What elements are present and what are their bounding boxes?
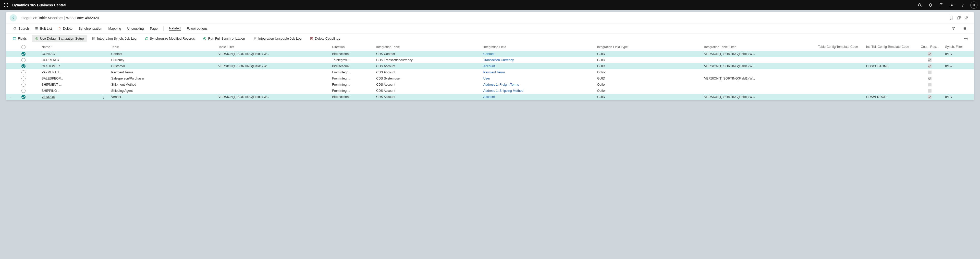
sync-modified-action[interactable]: Synchronize Modified Records — [142, 35, 198, 42]
related-menu[interactable]: Related — [167, 25, 183, 32]
col-int-table[interactable]: Integration Table — [374, 43, 481, 51]
cell-couple-records[interactable] — [916, 82, 943, 88]
cell-name[interactable]: VENDOR — [40, 94, 100, 100]
cell-name[interactable]: SHIPPING ... — [40, 88, 100, 94]
couple-checkbox[interactable] — [928, 64, 932, 68]
row-actions-icon[interactable] — [100, 51, 109, 57]
fields-action[interactable]: Fields — [10, 35, 30, 42]
integration-synch-log-action[interactable]: Integration Synch. Job Log — [89, 35, 140, 42]
cell-couple-records[interactable] — [916, 57, 943, 63]
row-actions-icon[interactable]: ⋮ — [100, 94, 109, 100]
row-select-checkbox[interactable] — [21, 52, 25, 56]
filter-pane-toggle[interactable] — [949, 26, 958, 32]
couple-checkbox[interactable] — [928, 89, 932, 93]
back-button[interactable] — [10, 14, 17, 21]
settings-gear-icon[interactable] — [947, 0, 956, 10]
cell-int_field[interactable]: Transaction Currency — [481, 57, 595, 63]
page-menu[interactable]: Page — [147, 26, 160, 32]
col-table-filter[interactable]: Table Filter — [216, 43, 330, 51]
svg-point-9 — [918, 3, 921, 6]
row-actions-icon[interactable] — [100, 88, 109, 94]
search-icon[interactable] — [915, 0, 924, 10]
popout-icon[interactable] — [955, 14, 963, 22]
list-view-toggle[interactable] — [960, 26, 969, 32]
select-all-checkbox[interactable] — [21, 45, 25, 49]
delete-action[interactable]: Delete — [56, 26, 75, 32]
col-tct[interactable]: Table Config Template Code — [816, 43, 864, 51]
bookmark-icon[interactable] — [947, 14, 955, 22]
table-row[interactable]: →VENDOR⋮VendorVERSION(1) SORTING(Field1)… — [6, 94, 974, 100]
edit-list-action[interactable]: Edit List — [32, 26, 54, 32]
cell-name[interactable]: SALESPEOP... — [40, 75, 100, 82]
cell-couple-records[interactable] — [916, 94, 943, 100]
synchronization-menu[interactable]: Synchronization — [76, 26, 105, 32]
cell-name[interactable]: PAYMENT T... — [40, 69, 100, 75]
col-direction[interactable]: Direction — [330, 43, 374, 51]
row-select-checkbox[interactable] — [21, 70, 25, 74]
col-cou[interactable]: Cou... Rec... — [916, 43, 943, 51]
couple-checkbox[interactable] — [928, 70, 932, 74]
row-actions-icon[interactable] — [100, 57, 109, 63]
couple-checkbox[interactable] — [928, 83, 932, 86]
cell-name[interactable]: CUSTOMER — [40, 63, 100, 69]
user-avatar[interactable]: IK — [970, 2, 977, 9]
uncoupling-menu[interactable]: Uncoupling — [124, 26, 146, 32]
row-select-checkbox[interactable] — [21, 58, 25, 62]
cell-couple-records[interactable] — [916, 51, 943, 57]
couple-checkbox[interactable] — [928, 58, 932, 62]
cell-int_field[interactable]: Account — [481, 94, 595, 100]
row-actions-icon[interactable] — [100, 75, 109, 82]
table-row[interactable]: SALESPEOP...Salesperson/PurchaserFromInt… — [6, 75, 974, 82]
mapping-menu[interactable]: Mapping — [106, 26, 124, 32]
cell-int_field[interactable]: Account — [481, 63, 595, 69]
row-select-checkbox[interactable] — [21, 77, 25, 80]
col-table[interactable]: Table — [109, 43, 216, 51]
cell-int_field[interactable]: Contact — [481, 51, 595, 57]
table-row[interactable]: CONTACTContactVERSION(1) SORTING(Field1)… — [6, 51, 974, 57]
table-row[interactable]: CURRENCYCurrencyToIntegrati...CDS Transa… — [6, 57, 974, 63]
search-action[interactable]: Search — [11, 26, 32, 32]
couple-checkbox[interactable] — [928, 77, 932, 80]
cell-couple-records[interactable] — [916, 75, 943, 82]
fewer-options-action[interactable]: Fewer options — [184, 26, 210, 32]
col-ict[interactable]: Int. Tbl. Config Template Code — [864, 43, 916, 51]
col-name[interactable]: Name ↑ — [40, 43, 100, 51]
flag-icon[interactable] — [937, 0, 946, 10]
cell-name[interactable]: CONTACT — [40, 51, 100, 57]
cell-couple-records[interactable] — [916, 63, 943, 69]
col-int-table-filter[interactable]: Integration Table Filter — [702, 43, 816, 51]
collapse-icon[interactable] — [963, 14, 970, 22]
col-int-field-type[interactable]: Integration Field Type — [595, 43, 702, 51]
delete-couplings-action[interactable]: Delete Couplings — [307, 35, 343, 42]
row-actions-icon[interactable] — [100, 69, 109, 75]
help-icon[interactable] — [958, 0, 967, 10]
cell-int_field[interactable]: Address 1: Shipping Method — [481, 88, 595, 94]
cell-name[interactable]: SHIPMENT ... — [40, 82, 100, 88]
pin-ribbon-icon[interactable] — [962, 36, 970, 42]
run-full-sync-action[interactable]: Run Full Synchronization — [200, 35, 248, 42]
row-select-checkbox[interactable] — [21, 64, 25, 68]
row-select-checkbox[interactable] — [21, 95, 25, 99]
notifications-icon[interactable] — [926, 0, 935, 10]
table-row[interactable]: CUSTOMERCustomerVERSION(1) SORTING(Field… — [6, 63, 974, 69]
couple-checkbox[interactable] — [928, 95, 932, 99]
cell-name[interactable]: CURRENCY — [40, 57, 100, 63]
uncouple-log-action[interactable]: Integration Uncouple Job Log — [250, 35, 305, 42]
row-select-checkbox[interactable] — [21, 89, 25, 93]
use-default-setup-action[interactable]: Use Default Sy...ization Setup — [32, 35, 87, 42]
cell-couple-records[interactable] — [916, 88, 943, 94]
cell-couple-records[interactable] — [916, 69, 943, 75]
row-select-checkbox[interactable] — [21, 83, 25, 87]
table-row[interactable]: SHIPMENT ...Shipment MethodFromIntegr...… — [6, 82, 974, 88]
couple-checkbox[interactable] — [928, 52, 932, 56]
col-sf[interactable]: Synch. Filter — [943, 43, 974, 51]
cell-int_field[interactable]: Payment Terms — [481, 69, 595, 75]
row-actions-icon[interactable] — [100, 63, 109, 69]
cell-int_field[interactable]: User — [481, 75, 595, 82]
row-actions-icon[interactable] — [100, 82, 109, 88]
table-row[interactable]: PAYMENT T...Payment TermsFromIntegr...CD… — [6, 69, 974, 75]
table-row[interactable]: SHIPPING ...Shipping AgentFromIntegr...C… — [6, 88, 974, 94]
cell-int_field[interactable]: Address 1: Freight Terms — [481, 82, 595, 88]
app-launcher-icon[interactable] — [3, 2, 10, 9]
col-int-field[interactable]: Integration Field — [481, 43, 595, 51]
